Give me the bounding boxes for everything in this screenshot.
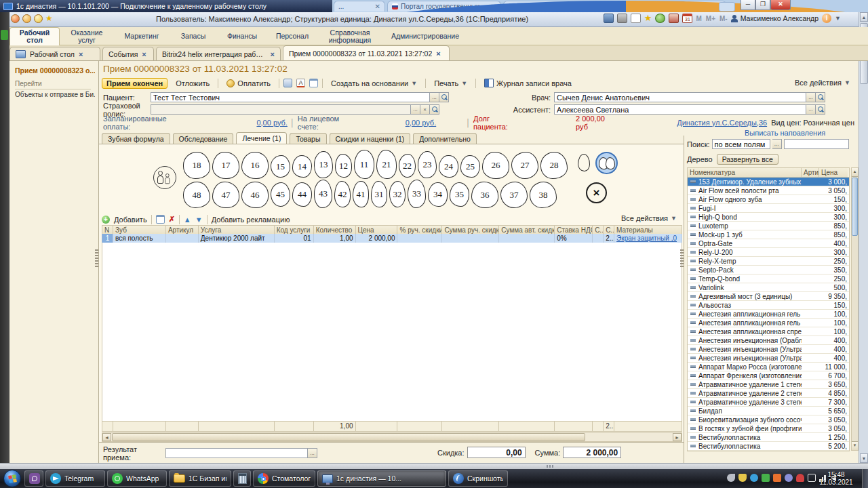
tab-close-icon[interactable]: × bbox=[142, 50, 146, 58]
back-icon[interactable] bbox=[22, 14, 31, 23]
postpone-button[interactable]: Отложить bbox=[172, 79, 214, 88]
catalog-row[interactable]: Биоревитализация зубного сосочка3 050, bbox=[688, 415, 849, 424]
catalog-row[interactable]: Luxotemp850, bbox=[688, 222, 849, 230]
catalog-row[interactable]: В гостях у зубной феи (профгигиена, у...… bbox=[688, 424, 849, 433]
doc-tab[interactable]: Bitrix24 helix интеграция рабочая× bbox=[156, 47, 281, 60]
start-button[interactable] bbox=[3, 470, 21, 487]
sidebar-doc-link[interactable]: Прием 00000008323 о... bbox=[15, 66, 95, 75]
desktop-shortcut-icon[interactable] bbox=[1, 30, 8, 40]
services-table-body[interactable] bbox=[102, 243, 682, 422]
catalog-row[interactable]: Альвостаз150, bbox=[688, 301, 849, 310]
section-tab-8[interactable]: Администрирование bbox=[382, 27, 468, 45]
browser-tab[interactable]: ...✕ bbox=[334, 1, 385, 12]
tooth-14[interactable]: 14 bbox=[292, 155, 312, 178]
taskbar-button-telegram[interactable]: Telegram bbox=[45, 470, 105, 487]
catalog-row[interactable]: Septo-Pack350, bbox=[688, 266, 849, 274]
preview-icon[interactable] bbox=[631, 14, 641, 23]
column-header-c1[interactable]: С... bbox=[593, 225, 604, 234]
policy-input[interactable] bbox=[151, 104, 411, 115]
star-icon[interactable]: ★ bbox=[644, 14, 652, 23]
patient-type-icon[interactable] bbox=[153, 166, 176, 189]
pay-button[interactable]: Оплатить bbox=[222, 79, 275, 88]
document-icon[interactable] bbox=[309, 79, 318, 87]
user-box[interactable]: Максименко Александр bbox=[731, 14, 818, 22]
tray-app-icon-4[interactable] bbox=[785, 474, 793, 482]
hscroll-thumb[interactable] bbox=[112, 433, 585, 441]
section-tab-3[interactable]: Маркетинг bbox=[114, 27, 170, 45]
doc-tab[interactable]: Прием 00000008323 от 11.03.2021 13:27:02… bbox=[283, 45, 450, 60]
policy-clear-icon[interactable]: × bbox=[420, 104, 430, 115]
cell-manual_pct[interactable] bbox=[397, 234, 442, 243]
patient-search-icon[interactable] bbox=[439, 92, 449, 102]
column-header-c2[interactable]: С... bbox=[604, 225, 614, 234]
column-header-manual_pct[interactable]: % руч. скидки bbox=[397, 225, 442, 234]
memory-key[interactable]: M bbox=[696, 15, 701, 22]
tooth-23[interactable]: 23 bbox=[418, 151, 437, 178]
section-tab-6[interactable]: Персонал bbox=[267, 27, 317, 45]
calculator-icon[interactable] bbox=[669, 14, 679, 23]
taskbar-button-calc[interactable] bbox=[233, 470, 251, 487]
info-icon[interactable]: i bbox=[822, 14, 831, 23]
catalog-row[interactable]: Анестезия инъекционная (Ультракаин...400… bbox=[688, 354, 849, 363]
catalog-row[interactable]: Аппарат Френкеля (изготовление)6 700, bbox=[688, 371, 849, 380]
catalog-row[interactable]: Rely-X-temp250, bbox=[688, 257, 849, 266]
splitter-grip[interactable] bbox=[95, 249, 98, 267]
memory-key[interactable]: M- bbox=[719, 15, 728, 22]
taskbar-button-viber[interactable] bbox=[24, 470, 43, 487]
catalog-row[interactable]: Билдап5 650, bbox=[688, 407, 849, 415]
print-icon[interactable] bbox=[617, 14, 627, 23]
add-icon[interactable]: + bbox=[102, 216, 110, 224]
move-up-icon[interactable]: ▲ bbox=[184, 216, 191, 224]
section-tab-2[interactable]: Оказание услуг bbox=[60, 27, 114, 45]
column-header-service[interactable]: Услуга bbox=[199, 225, 275, 234]
doc-tab[interactable]: Рабочий стол× bbox=[9, 47, 100, 60]
cell-n[interactable]: 1 bbox=[102, 234, 113, 243]
window-scrollbar[interactable]: ▲ ▼ bbox=[859, 12, 868, 463]
catalog-scroll-thumb[interactable] bbox=[852, 178, 858, 236]
doctor-search-icon[interactable] bbox=[816, 92, 825, 102]
cell-vat[interactable]: 0% bbox=[555, 234, 593, 243]
tooth-44[interactable]: 44 bbox=[292, 182, 312, 207]
column-header-article[interactable]: Артикул bbox=[166, 225, 199, 234]
catalog-scroll-down-icon[interactable]: ▼ bbox=[852, 441, 858, 450]
catalog-row[interactable]: Анестезия инъекционная (Ораблок)400, bbox=[688, 336, 849, 345]
tooth-42[interactable]: 42 bbox=[334, 181, 351, 207]
tooth-12[interactable]: 12 bbox=[335, 154, 352, 178]
chevron-down-icon[interactable]: ▼ bbox=[835, 15, 841, 22]
cell-price[interactable]: 2 000,00 bbox=[356, 234, 398, 243]
search-scope-select[interactable]: по всем полям bbox=[712, 139, 770, 149]
scroll-right-icon[interactable]: ► bbox=[673, 433, 682, 441]
cell-code[interactable]: 01 bbox=[275, 234, 314, 243]
section-tab-1[interactable]: Рабочий стол bbox=[9, 27, 60, 45]
policy-choose-button[interactable]: ... bbox=[411, 104, 420, 115]
save-icon[interactable] bbox=[604, 14, 614, 23]
table-all-actions-button[interactable]: Все действия▼ bbox=[621, 214, 677, 222]
cell-service[interactable]: Дентикюр 2000 лайт bbox=[199, 234, 275, 243]
tooth-35[interactable]: 35 bbox=[450, 182, 469, 207]
tooth-47[interactable]: 47 bbox=[212, 182, 239, 208]
catalog-scrollbar[interactable]: ▲ ▼ bbox=[851, 167, 859, 451]
catalog-row[interactable]: 153 Дентикюр. Удаление зубных отло...3 0… bbox=[688, 178, 849, 186]
forward-icon[interactable] bbox=[34, 14, 43, 23]
column-header-code[interactable]: Код услуги bbox=[275, 225, 314, 234]
tray-app-icon-1[interactable] bbox=[727, 474, 735, 482]
finish-reception-button[interactable]: Прием окончен bbox=[102, 78, 167, 89]
tooth-38[interactable]: 38 bbox=[530, 182, 557, 208]
add-claim-button[interactable]: Добавить рекламацию bbox=[212, 216, 290, 224]
spellcheck-icon[interactable]: A bbox=[296, 79, 305, 87]
selected-teeth-icon[interactable] bbox=[595, 152, 618, 174]
tooth-32[interactable]: 32 bbox=[389, 181, 406, 207]
tooth-26[interactable]: 26 bbox=[482, 152, 509, 179]
catalog-row[interactable]: Rely-U-200300, bbox=[688, 248, 849, 257]
sidebar-item-objects[interactable]: Объекты к отправке в Би... bbox=[15, 91, 95, 98]
planned-payments-value[interactable]: 0,00 руб. bbox=[256, 119, 287, 127]
scroll-down-icon[interactable]: ▼ bbox=[860, 453, 868, 463]
catalog-row[interactable]: High-Q bond300, bbox=[688, 213, 849, 222]
catalog-row[interactable]: Mock-up 1 зуб850, bbox=[688, 230, 849, 239]
tooth-21[interactable]: 21 bbox=[376, 150, 397, 179]
catalog-column-2[interactable]: Арти... bbox=[802, 168, 819, 177]
tab-close-icon[interactable]: × bbox=[436, 49, 440, 58]
show-desktop-button[interactable] bbox=[862, 469, 868, 488]
policy-search-icon[interactable] bbox=[430, 104, 439, 115]
tooth-36[interactable]: 36 bbox=[471, 182, 498, 208]
